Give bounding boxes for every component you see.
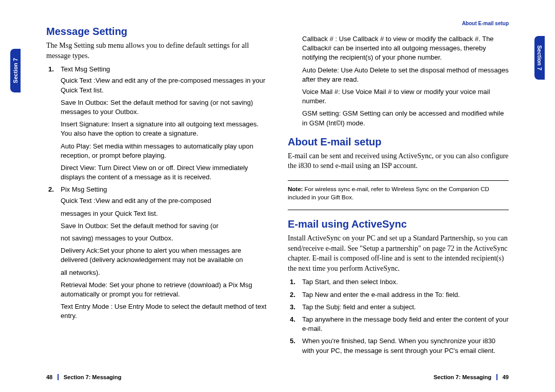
- list-item-sub: Delivery Ack:Set your phone to alert you…: [61, 246, 267, 265]
- list-item-sub: all networks).: [61, 268, 267, 277]
- footer-separator: [58, 374, 59, 380]
- step-item: Tap the Subj: field and enter a subject.: [295, 303, 509, 312]
- footer-left: 48 Section 7: Messaging: [46, 374, 121, 380]
- step-item: Tap anywhere in the message body field a…: [295, 315, 509, 333]
- footer-section-left: Section 7: Messaging: [64, 374, 121, 380]
- list-item-sub: Voice Mail #: Use Voice Mail # to view o…: [302, 87, 509, 106]
- list-item-sub: Quick Text :View and edit any of the pre…: [61, 196, 267, 206]
- list-item-sub: Quick Text :View and edit any of the pre…: [61, 76, 267, 95]
- list-item-sub: Save In Outbox: Set the default method f…: [61, 98, 267, 117]
- list-item-sub: Direct View: Turn Direct View on or off.…: [61, 163, 267, 182]
- divider-bottom: [288, 210, 509, 210]
- list-item-sub: not saving) messages to your Outbox.: [61, 234, 267, 243]
- list-item: Text Msg SettingQuick Text :View and edi…: [53, 65, 267, 182]
- note-block: Note: For wireless sync e-mail, refer to…: [288, 184, 509, 204]
- intro-email-activesync: Install ActiveSync on your PC and set up…: [288, 233, 509, 273]
- list-item-head: Text Msg Setting: [61, 65, 110, 73]
- list-item-sub: Insert Signature: Insert a signature int…: [61, 120, 267, 138]
- step-item: Tap New and enter the e-mail address in …: [295, 290, 509, 300]
- footer-right: Section 7: Messaging 49: [434, 374, 509, 380]
- list-item-sub: Callback # : Use Callback # to view or m…: [302, 34, 509, 63]
- right-steps-list: Tap Start, and then select Inbox.Tap New…: [288, 277, 509, 358]
- list-item-head: Pix Msg Setting: [61, 185, 107, 193]
- list-item-sub: Text Entry Mode : Use Entry Mode to sele…: [61, 302, 267, 321]
- continued-block: Callback # : Use Callback # to view or m…: [288, 32, 509, 131]
- step-item: When you're finished, tap Send. When you…: [295, 337, 509, 355]
- left-numbered-list: Text Msg SettingQuick Text :View and edi…: [46, 65, 267, 324]
- intro-message-setting: The Msg Setting sub menu allows you to d…: [46, 41, 267, 61]
- section-tab-left: Section 7: [10, 49, 21, 92]
- footer-section-right: Section 7: Messaging: [434, 374, 491, 380]
- heading-email-activesync: E-mail using ActiveSync: [288, 218, 509, 230]
- note-body: For wireless sync e-mail, refer to Wirel…: [288, 186, 489, 200]
- page-left: Section 7 Message Setting The Msg Settin…: [26, 21, 278, 379]
- section-tab-right: Section 7: [534, 36, 545, 80]
- intro-about-email: E-mail can be sent and received using Ac…: [288, 151, 509, 171]
- heading-about-email: About E-mail setup: [288, 136, 509, 148]
- list-item-sub: GSM setting: GSM Setting can only be acc…: [302, 109, 509, 127]
- heading-message-setting: Message Setting: [46, 26, 267, 38]
- page-right: About E-mail setup Section 7 Callback # …: [278, 21, 529, 379]
- note-label: Note:: [288, 186, 303, 192]
- step-item: Tap Start, and then select Inbox.: [295, 277, 509, 287]
- list-item-sub: Auto Delete: Use Auto Delete to set the …: [302, 66, 509, 84]
- list-item-sub: Retrieval Mode: Set your phone to retrie…: [61, 281, 267, 299]
- page-number-left: 48: [46, 374, 52, 380]
- page-number-right: 49: [503, 374, 509, 380]
- list-item: Pix Msg SettingQuick Text :View and edit…: [53, 185, 267, 321]
- divider-top: [288, 180, 509, 181]
- list-item-sub: Save In Outbox: Set the default method f…: [61, 221, 267, 231]
- footer-separator: [496, 374, 497, 380]
- header-topic-right: About E-mail setup: [288, 21, 509, 26]
- list-item-sub: Auto Play: Set media within messages to …: [61, 142, 267, 160]
- list-item-sub: messages in your Quick Text list.: [61, 209, 267, 218]
